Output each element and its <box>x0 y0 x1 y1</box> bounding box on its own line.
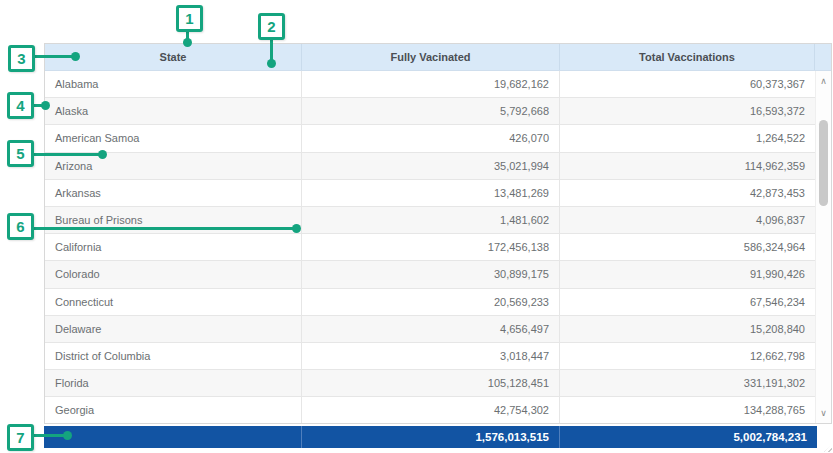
table-row[interactable]: Alaska 5,792,668 16,593,372 <box>45 98 815 125</box>
state-cell: Delaware <box>45 316 302 342</box>
total-vaccinations-cell: 4,096,837 <box>560 207 815 233</box>
annotated-table-screenshot: State Fully Vacinated Total Vaccinations… <box>0 0 833 453</box>
fully-vaccinated-cell: 172,456,138 <box>302 234 560 260</box>
callout-7-dot <box>63 431 72 440</box>
callout-7-line <box>32 434 65 437</box>
state-cell: Georgia <box>45 397 302 423</box>
callout-5-dot <box>98 150 107 159</box>
state-cell: American Samoa <box>45 125 302 151</box>
state-cell: Arizona <box>45 153 302 179</box>
fully-vaccinated-cell: 42,754,302 <box>302 397 560 423</box>
fully-vaccinated-cell: 20,569,233 <box>302 289 560 315</box>
total-vaccinations-cell: 60,373,367 <box>560 71 815 97</box>
callout-6-dot <box>292 224 301 233</box>
fully-vaccinated-cell: 35,021,994 <box>302 153 560 179</box>
total-vaccinations-cell: 42,873,453 <box>560 180 815 206</box>
header-scrollbar-spacer <box>815 44 831 70</box>
column-header-total-vaccinations[interactable]: Total Vaccinations <box>560 44 815 70</box>
table-row[interactable]: District of Columbia 3,018,447 12,662,79… <box>45 343 815 370</box>
callout-2-line <box>270 38 273 61</box>
totals-total-vaccinations-cell: 5,002,784,231 <box>560 426 817 448</box>
state-cell: Connecticut <box>45 289 302 315</box>
callout-3-box: 3 <box>8 45 35 72</box>
table-row[interactable]: Arizona 35,021,994 114,962,359 <box>45 153 815 180</box>
total-vaccinations-cell: 16,593,372 <box>560 98 815 124</box>
fully-vaccinated-cell: 19,682,162 <box>302 71 560 97</box>
fully-vaccinated-cell: 105,128,451 <box>302 370 560 396</box>
state-cell: Alaska <box>45 98 302 124</box>
callout-6-line <box>32 227 294 230</box>
total-vaccinations-cell: 91,990,426 <box>560 261 815 287</box>
state-cell: Alabama <box>45 71 302 97</box>
total-vaccinations-cell: 67,546,234 <box>560 289 815 315</box>
callout-1-box: 1 <box>176 5 203 32</box>
column-header-fully-vaccinated[interactable]: Fully Vacinated <box>302 44 560 70</box>
callout-4-box: 4 <box>7 92 34 119</box>
table-row[interactable]: Bureau of Prisons 1,481,602 4,096,837 <box>45 207 815 234</box>
state-cell: Arkansas <box>45 180 302 206</box>
state-cell: Florida <box>45 370 302 396</box>
column-header-state[interactable]: State <box>45 44 302 70</box>
table-row[interactable]: California 172,456,138 586,324,964 <box>45 234 815 261</box>
table-row[interactable]: Florida 105,128,451 331,191,302 <box>45 370 815 397</box>
fully-vaccinated-cell: 4,656,497 <box>302 316 560 342</box>
table-row[interactable]: Georgia 42,754,302 134,288,765 <box>45 397 815 423</box>
total-vaccinations-cell: 1,264,522 <box>560 125 815 151</box>
table-row[interactable]: Colorado 30,899,175 91,990,426 <box>45 261 815 288</box>
fully-vaccinated-cell: 426,070 <box>302 125 560 151</box>
total-vaccinations-cell: 12,662,798 <box>560 343 815 369</box>
callout-3-dot <box>71 52 80 61</box>
scroll-up-button[interactable]: ∧ <box>816 73 831 89</box>
table-header: State Fully Vacinated Total Vaccinations <box>45 44 831 71</box>
total-vaccinations-cell: 586,324,964 <box>560 234 815 260</box>
callout-5-box: 5 <box>7 140 34 167</box>
scrollbar-thumb[interactable] <box>819 120 828 206</box>
chevron-up-icon: ∧ <box>820 77 827 86</box>
callout-2-box: 2 <box>258 13 285 40</box>
callout-6-box: 6 <box>7 213 34 240</box>
totals-row: 1,576,013,515 5,002,784,231 <box>44 426 817 448</box>
callout-5-line <box>32 153 100 156</box>
callout-3-line <box>33 55 73 58</box>
fully-vaccinated-cell: 30,899,175 <box>302 261 560 287</box>
totals-state-cell <box>44 426 302 448</box>
state-cell: California <box>45 234 302 260</box>
table-row[interactable]: Delaware 4,656,497 15,208,840 <box>45 316 815 343</box>
callout-1-dot <box>183 38 192 47</box>
total-vaccinations-cell: 331,191,302 <box>560 370 815 396</box>
vertical-scrollbar[interactable]: ∧ ∨ <box>815 71 831 423</box>
state-cell: Colorado <box>45 261 302 287</box>
fully-vaccinated-cell: 5,792,668 <box>302 98 560 124</box>
callout-2-dot <box>267 59 276 68</box>
scroll-down-button[interactable]: ∨ <box>816 405 831 421</box>
callout-7-box: 7 <box>7 424 34 451</box>
fully-vaccinated-cell: 13,481,269 <box>302 180 560 206</box>
fully-vaccinated-cell: 1,481,602 <box>302 207 560 233</box>
table-widget: State Fully Vacinated Total Vaccinations… <box>44 43 832 424</box>
table-body: Alabama 19,682,162 60,373,367 Alaska 5,7… <box>45 71 815 423</box>
total-vaccinations-cell: 134,288,765 <box>560 397 815 423</box>
total-vaccinations-cell: 15,208,840 <box>560 316 815 342</box>
callout-4-dot <box>41 101 50 110</box>
resize-grip-icon <box>824 445 832 452</box>
table-row[interactable]: Arkansas 13,481,269 42,873,453 <box>45 180 815 207</box>
table-row[interactable]: Alabama 19,682,162 60,373,367 <box>45 71 815 98</box>
table-row[interactable]: American Samoa 426,070 1,264,522 <box>45 125 815 152</box>
state-cell: District of Columbia <box>45 343 302 369</box>
fully-vaccinated-cell: 3,018,447 <box>302 343 560 369</box>
chevron-down-icon: ∨ <box>820 409 827 418</box>
total-vaccinations-cell: 114,962,359 <box>560 153 815 179</box>
totals-fully-vaccinated-cell: 1,576,013,515 <box>302 426 560 448</box>
table-row[interactable]: Connecticut 20,569,233 67,546,234 <box>45 289 815 316</box>
